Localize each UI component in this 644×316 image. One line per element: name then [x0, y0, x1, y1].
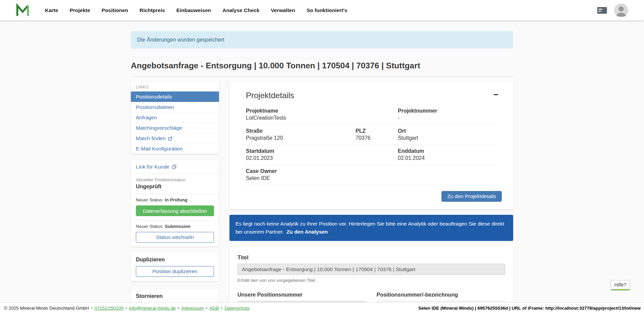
analytics-banner-text: Es liegt noch keine Analytik zu Ihrer Po…	[235, 221, 504, 235]
case-owner-value: Selen IDE	[246, 175, 398, 181]
duplicate-card: Duplizieren Position duplizieren	[131, 252, 219, 281]
projekt-row-4: Case Owner Selen IDE	[246, 165, 497, 185]
external-link-icon	[168, 136, 172, 141]
bullet-separator: •	[221, 306, 223, 311]
projekt-row-1: Projektname LotCreationTests Projektnumm…	[246, 105, 497, 125]
alert-text: Die Änderungen wurden gespeichert	[137, 37, 224, 43]
startdatum-value: 02.01.2023	[246, 155, 398, 161]
sidebar-item-email-konfiguration[interactable]: E-Mail Konfiguration	[131, 143, 219, 154]
nav-verwalten[interactable]: Verwalten	[271, 7, 295, 13]
nav-einbauweisen[interactable]: Einbauweisen	[176, 7, 211, 13]
startdatum-label: Startdatum	[246, 148, 398, 154]
positionsbezeichnung-label: Positionsnummer/-bezeichnung	[377, 292, 505, 298]
page-title: Angebotsanfrage - Entsorgung | 10.000 To…	[131, 61, 513, 76]
next-status-line-2: Neuer Status: Submission	[136, 224, 214, 229]
collapse-icon[interactable]: −	[493, 91, 498, 98]
next-status-line-1: Neuer Status: In Prüfung	[136, 197, 214, 202]
analytics-banner: Es liegt noch keine Analytik zu Ihrer Po…	[229, 215, 513, 241]
case-owner-label: Case Owner	[246, 168, 398, 174]
user-avatar[interactable]	[614, 3, 628, 17]
footer: © 2025 Mineral Minds Deutschland GmbH • …	[0, 302, 644, 316]
nav-so-funktionierts[interactable]: So funktioniert's	[307, 7, 347, 13]
projektdetails-title: Projektdetails	[246, 91, 294, 100]
zu-den-analysen-link[interactable]: Zu den Analysen	[286, 229, 328, 235]
nav-richtpreis[interactable]: Richtpreis	[140, 7, 165, 13]
datenschutz-link[interactable]: Datenschutz	[224, 306, 250, 311]
main-nav: Karte Projekte Positionen Richtpreis Ein…	[45, 7, 347, 13]
nav-analyse-check[interactable]: Analyse Check	[222, 7, 259, 13]
zu-den-projektdetails-button[interactable]: Zu den Projektdetails	[441, 191, 502, 202]
ort-value: Stuttgart	[398, 135, 418, 141]
links-header: LINKS	[131, 82, 219, 91]
link-fuer-kunde-label: Link für Kunde	[136, 164, 169, 170]
impressum-link[interactable]: Impressum	[181, 306, 204, 311]
top-bar: Karte Projekte Positionen Richtpreis Ein…	[0, 0, 644, 20]
sidebar-item-anfragen[interactable]: Anfragen	[131, 112, 219, 123]
projektname-value: LotCreationTests	[246, 115, 398, 121]
hilfe-button[interactable]: Hilfe?	[611, 280, 630, 290]
position-duplizieren-button[interactable]: Position duplizieren	[136, 266, 214, 277]
duplicate-card-title: Duplizieren	[136, 257, 214, 263]
projektname-label: Projektname	[246, 108, 398, 114]
cancel-card-title: Stornieren	[136, 293, 214, 299]
ort-label: Ort	[398, 128, 418, 134]
status-wechseln-button[interactable]: Status wechseln	[136, 232, 214, 243]
sidebar-item-positionsdetails[interactable]: Positionsdetails	[131, 91, 219, 102]
enddatum-value: 02.01.2024	[398, 155, 425, 161]
nav-karte[interactable]: Karte	[45, 7, 58, 13]
page-container: Die Änderungen wurden gespeichert Angebo…	[131, 0, 513, 316]
success-alert: Die Änderungen wurden gespeichert	[131, 31, 513, 49]
bullet-separator: •	[178, 306, 179, 311]
projektdetails-card: Projektdetails − Projektname LotCreation…	[229, 82, 513, 209]
projekt-row-2: Straße Pragstraße 120 PLZ 70376 Ort Stut…	[246, 125, 497, 145]
match-finden-label: Match finden	[136, 135, 166, 141]
copy-icon	[172, 165, 176, 169]
app-logo-icon[interactable]	[16, 3, 30, 17]
titel-help: Erhält den von uns vorgegebenen Titel.	[237, 278, 505, 283]
sidebar-item-positionsdateien[interactable]: Positionsdateien	[131, 102, 219, 112]
link-fuer-kunde[interactable]: Link für Kunde	[136, 164, 176, 170]
server-icon[interactable]	[597, 6, 607, 15]
projektnummer-value: -	[398, 115, 437, 121]
nav-projekte[interactable]: Projekte	[70, 7, 90, 13]
sidebar-links-card: LINKS Positionsdetails Positionsdateien …	[131, 82, 219, 154]
strasse-value: Pragstraße 120	[246, 135, 356, 141]
topbar-right	[597, 3, 628, 17]
sidebar-item-matchingvorschlaege[interactable]: Matchingvorschläge	[131, 123, 219, 133]
email-link[interactable]: info@mineral-minds.de	[129, 306, 176, 311]
footer-session-info: Selen IDE (Mineral Minds) | 69576255536d…	[418, 306, 641, 311]
status-card: Link für Kunde Aktueller Positionsstatus…	[131, 160, 219, 247]
copyright-text: © 2025 Mineral Minds Deutschland GmbH	[4, 306, 89, 311]
bullet-separator: •	[206, 306, 207, 311]
phone-link[interactable]: 07151/250100	[95, 306, 123, 311]
nav-positionen[interactable]: Positionen	[102, 7, 128, 13]
projektnummer-label: Projektnummer	[398, 108, 437, 114]
sidebar-item-match-finden[interactable]: Match finden	[131, 133, 219, 143]
datenerfassung-abschliessen-button[interactable]: Datenerfassung abschließen	[136, 205, 214, 216]
bullet-separator: •	[91, 306, 93, 311]
bullet-separator: •	[125, 306, 127, 311]
agb-link[interactable]: AGB	[209, 306, 219, 311]
current-status-label: Aktueller Positionsstatus:	[136, 177, 214, 182]
current-status-value: Ungeprüft	[136, 184, 214, 190]
sidebar: LINKS Positionsdetails Positionsdateien …	[131, 82, 219, 316]
titel-input	[237, 264, 505, 275]
footer-left: © 2025 Mineral Minds Deutschland GmbH • …	[4, 306, 250, 311]
enddatum-label: Enddatum	[398, 148, 425, 154]
plz-value: 70376	[356, 135, 398, 141]
strasse-label: Straße	[246, 128, 356, 134]
main-content: Projektdetails − Projektname LotCreation…	[229, 82, 513, 316]
positionsnummer-label: Unsere Positionsnummer	[237, 292, 366, 298]
projekt-row-3: Startdatum 02.01.2023 Enddatum 02.01.202…	[246, 145, 497, 165]
titel-label: Titel	[237, 255, 505, 261]
plz-label: PLZ	[356, 128, 398, 134]
